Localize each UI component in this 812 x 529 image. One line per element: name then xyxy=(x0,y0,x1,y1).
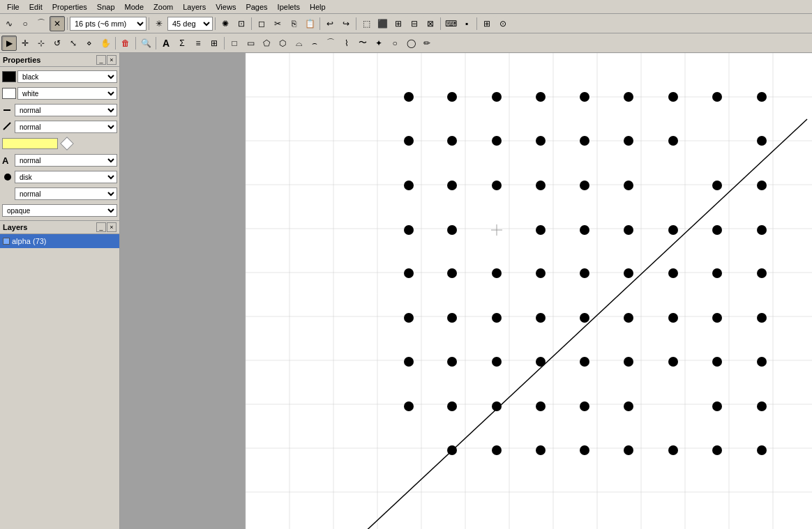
redo-btn[interactable]: ↪ xyxy=(338,16,354,31)
line-tool[interactable]: ⌇ xyxy=(339,36,354,51)
sep1 xyxy=(67,17,68,30)
sep8 xyxy=(476,17,477,30)
mark-preview xyxy=(2,138,58,149)
small-btn[interactable]: ▪ xyxy=(459,16,474,31)
menu-file[interactable]: File xyxy=(3,2,24,12)
circle-tool2[interactable]: ○ xyxy=(387,36,403,51)
svg-point-2 xyxy=(4,174,11,181)
extra-btn[interactable]: ⊙ xyxy=(495,16,511,31)
main-canvas[interactable] xyxy=(120,53,812,529)
pan-tool[interactable]: ✋ xyxy=(98,36,113,51)
layer-item-alpha[interactable]: alpha (73) xyxy=(0,234,119,248)
select-all-btn[interactable]: ⬚ xyxy=(359,16,374,31)
undo-btn[interactable]: ↩ xyxy=(322,16,338,31)
symbol-style-dropdown[interactable]: normal large small xyxy=(15,187,117,200)
pen-style-dropdown[interactable]: normal fat ultrafat xyxy=(15,121,117,133)
menu-ipelets[interactable]: Ipelets xyxy=(273,2,304,12)
properties-close-btn[interactable]: × xyxy=(107,55,116,65)
cut-btn[interactable]: ✂ xyxy=(270,16,285,31)
snap-special2[interactable]: ⊡ xyxy=(234,16,249,31)
toolbar1: ∿ ○ ⌒ ✕ 16 pts (~6 mm) 4 pts (~1.5 mm) 8… xyxy=(0,14,812,33)
stretch-tool[interactable]: ⤡ xyxy=(66,36,81,51)
mark-tool[interactable]: ✦ xyxy=(371,36,386,51)
sep2 xyxy=(149,17,149,30)
opacity-dropdown[interactable]: opaque transparent 10% xyxy=(2,204,117,217)
keyboard-btn[interactable]: ⌨ xyxy=(443,16,458,31)
symbol-style-icon xyxy=(2,188,13,199)
formula-tool[interactable]: Σ xyxy=(174,36,190,51)
arrange-tool[interactable]: ⊞ xyxy=(206,36,222,51)
snap-special1[interactable]: ✺ xyxy=(218,16,233,31)
snap-circle-btn[interactable]: ○ xyxy=(17,16,33,31)
shear-tool[interactable]: ⊹ xyxy=(33,36,49,51)
properties-panel-header: Properties _ × xyxy=(0,53,119,67)
rect-tool[interactable]: □ xyxy=(227,36,242,51)
snap-size-dropdown[interactable]: 16 pts (~6 mm) 4 pts (~1.5 mm) 8 pts (~3… xyxy=(70,17,146,31)
menu-snap[interactable]: Snap xyxy=(93,2,119,12)
stroke-color-dropdown[interactable]: black white red blue xyxy=(17,70,117,83)
zoom-tool[interactable]: 🔍 xyxy=(138,36,153,51)
snap-parabola-btn[interactable]: ⌒ xyxy=(33,16,49,31)
sep6 xyxy=(356,17,356,30)
copy-btn[interactable]: ⎘ xyxy=(286,16,301,31)
delete-tool[interactable]: 🗑 xyxy=(118,36,133,51)
menu-layers[interactable]: Layers xyxy=(179,2,210,12)
align-tool[interactable]: ≡ xyxy=(190,36,206,51)
select-tool[interactable]: ▶ xyxy=(1,36,17,51)
select-in-btn[interactable]: ⬛ xyxy=(375,16,390,31)
layers-panel-buttons: _ × xyxy=(96,222,116,232)
new-doc-btn[interactable]: ◻ xyxy=(254,16,269,31)
freehand-tool[interactable]: ⬡ xyxy=(275,36,290,51)
stroke-fill-row: black white red blue xyxy=(2,69,117,84)
polygon-tool[interactable]: ⬠ xyxy=(259,36,274,51)
sep12 xyxy=(224,37,225,49)
ellipse-tool[interactable]: ◯ xyxy=(403,36,419,51)
spline-tool[interactable]: ⌓ xyxy=(291,36,306,51)
layer-visibility-icon[interactable] xyxy=(3,238,10,245)
menu-mode[interactable]: Mode xyxy=(121,2,149,12)
main-layout: Properties _ × black white red blue xyxy=(0,53,812,529)
stroke-swatch[interactable] xyxy=(2,71,16,82)
symbol-style-row: normal large small xyxy=(2,186,117,201)
pen-tool[interactable]: ✏ xyxy=(419,36,435,51)
menu-properties[interactable]: Properties xyxy=(48,2,91,12)
symbol-dropdown[interactable]: disk circle square triangle xyxy=(15,171,117,183)
bezier-tool[interactable]: ⌢ xyxy=(307,36,322,51)
svg-line-1 xyxy=(3,123,10,130)
dash-style-dropdown[interactable]: normal dashed dotted xyxy=(15,104,117,116)
toolbar2: ▶ ✛ ⊹ ↺ ⤡ ⋄ ✋ 🗑 🔍 A Σ ≡ ⊞ □ ▭ ⬠ ⬡ ⌓ ⌢ ⌒ … xyxy=(0,33,812,53)
sep4 xyxy=(251,17,252,30)
node-tool[interactable]: ⋄ xyxy=(82,36,97,51)
menu-help[interactable]: Help xyxy=(306,2,330,12)
layers-panel-header: Layers _ × xyxy=(0,220,119,234)
canvas-area[interactable]: ----+--- 16 45 (224.000, 336.000) (286pp… xyxy=(120,53,812,529)
layers-close-btn[interactable]: × xyxy=(107,222,116,232)
arc-tool[interactable]: ⌒ xyxy=(323,36,338,51)
grid-btn[interactable]: ⊞ xyxy=(479,16,495,31)
fill-color-dropdown[interactable]: white black red xyxy=(17,87,117,100)
layers-minimize-btn[interactable]: _ xyxy=(96,222,106,232)
roundrect-tool[interactable]: ▭ xyxy=(243,36,258,51)
snap-curve-btn[interactable]: ∿ xyxy=(1,16,17,31)
text-tool[interactable]: A xyxy=(158,36,174,51)
properties-panel-buttons: _ × xyxy=(96,55,116,65)
mark-diamond[interactable] xyxy=(60,137,74,151)
menu-pages[interactable]: Pages xyxy=(241,2,271,12)
properties-minimize-btn[interactable]: _ xyxy=(96,55,106,65)
menu-edit[interactable]: Edit xyxy=(25,2,47,12)
transform1-btn[interactable]: ⊞ xyxy=(391,16,406,31)
menu-views[interactable]: Views xyxy=(211,2,240,12)
rotate-tool[interactable]: ↺ xyxy=(50,36,65,51)
paste-btn[interactable]: 📋 xyxy=(302,16,317,31)
text-style-dropdown[interactable]: normal bold italic xyxy=(15,154,117,167)
sep5 xyxy=(319,17,320,30)
fill-swatch[interactable] xyxy=(2,88,16,99)
snap-angle-dropdown[interactable]: 45 deg 15 deg 30 deg 60 deg 90 deg xyxy=(167,17,213,31)
transform3-btn[interactable]: ⊠ xyxy=(423,16,438,31)
transform2-btn[interactable]: ⊟ xyxy=(407,16,422,31)
menu-zoom[interactable]: Zoom xyxy=(149,2,177,12)
snap-cross-btn[interactable]: ✕ xyxy=(50,16,65,31)
move-tool[interactable]: ✛ xyxy=(17,36,33,51)
curve-tool[interactable]: 〜 xyxy=(355,36,370,51)
snap-angle-icon[interactable]: ✳ xyxy=(151,16,167,31)
